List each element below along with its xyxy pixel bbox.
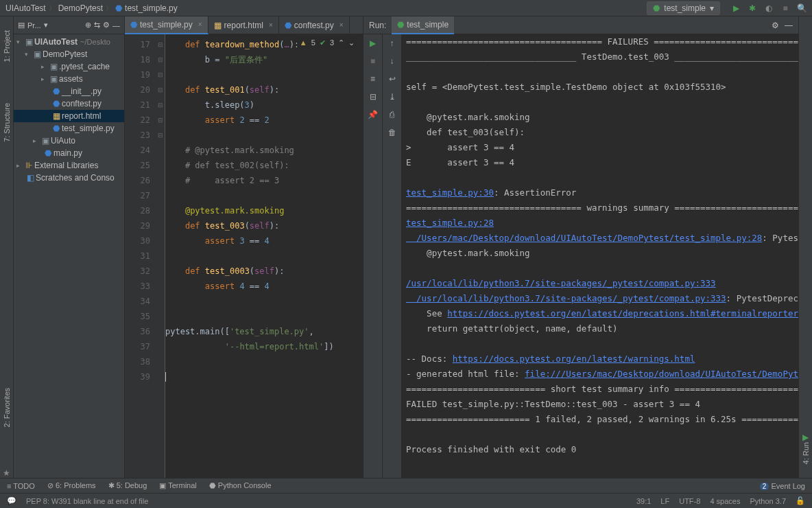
trash-icon[interactable]: 🗑 xyxy=(388,128,396,137)
tree-file[interactable]: ⬣main.py xyxy=(14,147,124,159)
close-icon[interactable]: × xyxy=(339,21,344,29)
warning-icon: ▲ xyxy=(300,38,307,47)
problems-button[interactable]: ⊘ 6: Problems xyxy=(47,481,96,490)
tree-node-scratch[interactable]: ◧Scratches and Conso xyxy=(14,172,124,184)
python-console-button[interactable]: ⬣ Python Console xyxy=(209,481,272,490)
gear-icon[interactable]: ⚙ xyxy=(772,21,779,30)
run-play-icon[interactable]: ▶ xyxy=(802,432,809,442)
inspection-widget[interactable]: ▲5 ✔3 ⌃⌄ xyxy=(297,37,357,49)
run-tab[interactable]: ⬣test_simple xyxy=(392,16,454,34)
tree-file[interactable]: ⬣test_simple.py xyxy=(14,122,124,135)
search-everywhere-button[interactable]: 🔍 xyxy=(797,3,807,13)
code-editor[interactable]: 1718192021222324252627282930313233343536… xyxy=(125,34,363,478)
tree-file[interactable]: ⬣__init__.py xyxy=(14,85,124,97)
tree-node[interactable]: ▾▣DemoPytest xyxy=(14,48,124,60)
project-view-icon: ▤ xyxy=(18,21,25,30)
link[interactable]: test_simple.py:30 xyxy=(406,187,494,198)
link[interactable]: https://docs.pytest.org/en/latest/warnin… xyxy=(453,354,695,364)
tab-conftest[interactable]: ⬣conftest.py× xyxy=(279,16,350,34)
python-file-icon: ⬣ xyxy=(115,3,122,13)
label: Scratches and Conso xyxy=(36,173,115,183)
rerun-button[interactable]: ▶ xyxy=(370,38,376,48)
chevron-up-icon[interactable]: ⌃ xyxy=(338,38,344,47)
event-log-button[interactable]: 2 Event Log xyxy=(760,482,805,490)
hide-icon[interactable]: — xyxy=(112,21,120,30)
link[interactable]: /Users/mac/Desktop/download/UIAutoTest/D… xyxy=(406,233,762,243)
tab-test-simple[interactable]: ⬣test_simple.py× xyxy=(125,16,208,34)
code-area[interactable]: def teardown_method(…): b = "后置条件" def t… xyxy=(165,34,363,478)
run-button[interactable]: ▶ xyxy=(731,3,741,13)
tool-window-run[interactable]: 4: Run xyxy=(802,442,810,464)
run-configuration-selector[interactable]: ⬣ test_simple ▾ xyxy=(647,1,720,15)
down-icon[interactable]: ↓ xyxy=(390,56,394,66)
tree-file[interactable]: ⬣conftest.py xyxy=(14,97,124,110)
tool-window-project[interactable]: 1: Project xyxy=(3,30,11,62)
filter-icon[interactable]: ⊟ xyxy=(370,92,377,102)
chevron-down-icon[interactable]: ▾ xyxy=(44,21,48,30)
star-icon: ★ xyxy=(3,468,10,478)
chevron-down-icon[interactable]: ⌄ xyxy=(348,38,355,47)
run-with-coverage-button[interactable]: ◐ xyxy=(764,3,774,13)
indent[interactable]: 4 spaces xyxy=(710,497,740,505)
tree-node-libs[interactable]: ▸⊪External Libraries xyxy=(14,159,124,172)
layout-icon[interactable]: ≡ xyxy=(370,74,375,84)
tree-node[interactable]: ▸▣.pytest_cache xyxy=(14,60,124,73)
fold-gutter[interactable]: ⊟⊟⊟⊟⊟⊟⊟ xyxy=(156,34,165,478)
link[interactable]: test_simple.py:28 xyxy=(406,218,494,228)
collapse-icon[interactable]: ⇆ xyxy=(94,21,100,30)
tool-window-favorites[interactable]: 2: Favorites xyxy=(3,388,11,427)
print-icon[interactable]: ⎙ xyxy=(390,110,394,119)
hide-icon[interactable]: — xyxy=(785,21,793,30)
project-title[interactable]: Pr... xyxy=(27,21,41,30)
locate-icon[interactable]: ⊕ xyxy=(85,21,91,30)
tab-report[interactable]: ▦report.html× xyxy=(208,16,279,34)
label: External Libraries xyxy=(34,161,98,170)
stop-button[interactable]: ■ xyxy=(780,3,790,13)
wrap-icon[interactable]: ↩ xyxy=(389,74,396,84)
breadcrumb-item[interactable]: DemoPytest xyxy=(58,3,103,13)
breadcrumb-item[interactable]: test_simple.py xyxy=(125,3,178,13)
scroll-icon[interactable]: ⤓ xyxy=(389,92,396,102)
run-config-name: test_simple xyxy=(664,3,706,13)
tool-window-structure[interactable]: 7: Structure xyxy=(3,103,11,142)
tree-node-root[interactable]: ▾▣UIAutoTest~/Deskto xyxy=(14,36,124,48)
check-count: 3 xyxy=(330,38,334,47)
project-tree[interactable]: ▾▣UIAutoTest~/Deskto ▾▣DemoPytest ▸▣.pyt… xyxy=(14,34,124,478)
up-icon[interactable]: ↑ xyxy=(390,38,394,48)
run-tool-window: Run: ⬣test_simple ⚙ — ▶ ■ ≡ ⊟ 📌 ↑ xyxy=(363,16,798,478)
label: report.html xyxy=(62,111,101,121)
link[interactable]: file:///Users/mac/Desktop/download/UIAut… xyxy=(525,369,798,379)
encoding[interactable]: UTF-8 xyxy=(679,497,700,505)
label: .pytest_cache xyxy=(59,62,110,71)
line-separator[interactable]: LF xyxy=(660,497,669,505)
console-output[interactable]: ====================================== F… xyxy=(402,34,798,478)
tree-file-selected[interactable]: ▦report.html xyxy=(14,110,124,122)
link[interactable]: /usr/local/lib/python3.7/site-packages/_… xyxy=(406,278,716,288)
interpreter[interactable]: Python 3.7 xyxy=(750,497,786,505)
warning-count: 5 xyxy=(311,38,315,47)
chevron-down-icon: ▾ xyxy=(710,3,714,13)
check-icon: ✔ xyxy=(320,38,326,47)
breadcrumb-item[interactable]: UIAutoTest xyxy=(5,3,46,13)
debug-button[interactable]: ✱ xyxy=(748,3,757,13)
tab-label: test_simple.py xyxy=(140,20,193,30)
label: UiAuto xyxy=(51,136,75,146)
debug-button[interactable]: ✱ 5: Debug xyxy=(108,481,147,490)
tree-node[interactable]: ▸▣assets xyxy=(14,73,124,85)
close-icon[interactable]: × xyxy=(269,21,273,29)
pin-icon[interactable]: 📌 xyxy=(368,110,378,119)
todo-button[interactable]: ≡ TODO xyxy=(7,482,35,490)
close-icon[interactable]: × xyxy=(198,21,202,28)
link[interactable]: https://docs.pytest.org/en/latest/deprec… xyxy=(447,308,798,319)
cursor-position[interactable]: 39:1 xyxy=(636,497,651,505)
tree-node[interactable]: ▸▣UiAuto xyxy=(14,135,124,147)
gear-icon[interactable]: ⚙ xyxy=(103,21,110,30)
notification-icon[interactable]: 💬 xyxy=(7,496,16,505)
run-label: Run: xyxy=(369,21,386,30)
stop-button[interactable]: ■ xyxy=(370,56,375,66)
terminal-button[interactable]: ▣ Terminal xyxy=(159,481,196,490)
lock-icon[interactable]: 🔓 xyxy=(796,496,805,505)
link[interactable]: /usr/local/lib/python3.7/site-packages/_… xyxy=(406,293,726,303)
label: test_simple.py xyxy=(62,124,115,133)
breadcrumb[interactable]: UIAutoTest 〉 DemoPytest 〉 ⬣ test_simple.… xyxy=(0,3,183,13)
